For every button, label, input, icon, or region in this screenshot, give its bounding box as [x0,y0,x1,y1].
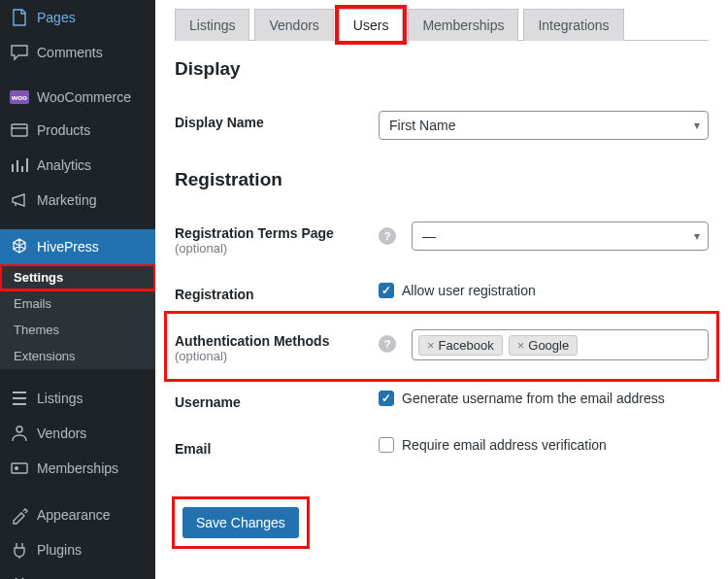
submenu-label: Themes [14,323,59,337]
submenu-label: Emails [14,296,51,311]
checkbox-label: Generate username from the email address [402,391,665,406]
row-email: Email Require email address verification [175,424,709,470]
label-text: Registration Terms Page [175,225,334,241]
submenu-emails[interactable]: Emails [0,290,155,317]
label-username: Username [175,391,369,410]
tag-label: Google [528,338,569,353]
label-email: Email [175,437,369,457]
menu-label: Products [37,122,90,138]
tag-label: Facebook [439,338,494,353]
menu-memberships[interactable]: Memberships [0,451,155,486]
submenu-themes[interactable]: Themes [0,317,155,343]
menu-label: Memberships [37,460,118,476]
submenu-label: Settings [14,270,63,285]
woo-icon: woo [10,90,29,104]
menu-hivepress[interactable]: HivePress [0,229,155,264]
optional-text: (optional) [175,241,369,255]
row-reg-terms: Registration Terms Page (optional) ? — [175,208,709,269]
menu-analytics[interactable]: Analytics [0,148,155,183]
hivepress-icon [10,237,29,256]
menu-marketing[interactable]: Marketing [0,183,155,218]
marketing-icon [10,190,29,210]
svg-rect-2 [12,463,27,473]
row-username: Username Generate username from the emai… [175,377,709,424]
comments-icon [10,43,29,62]
svg-point-3 [15,466,18,470]
vendors-icon [10,424,29,443]
admin-sidebar: Pages Comments woo WooCommerce Products … [0,0,155,579]
menu-label: Analytics [37,157,91,173]
pages-icon [10,8,29,27]
checkbox-label: Require email address verification [402,437,607,453]
section-display-heading: Display [175,58,709,80]
save-button[interactable]: Save Changes [182,507,299,538]
snippets-icon [10,575,29,579]
svg-point-1 [17,426,22,432]
menu-pages[interactable]: Pages [0,0,155,35]
analytics-icon [10,155,29,175]
menu-label: Plugins [37,542,82,558]
menu-label: Appearance [37,507,111,523]
select-display-name[interactable]: First Name [379,111,709,140]
select-reg-terms[interactable]: — [412,221,709,251]
menu-label: Vendors [37,426,86,441]
label-registration: Registration [175,283,369,302]
help-icon[interactable]: ? [379,227,396,245]
label-display-name: Display Name [175,111,369,130]
plugins-icon [10,540,29,560]
menu-label: Comments [37,45,103,60]
memberships-icon [10,459,29,478]
menu-label: Listings [37,391,83,406]
row-auth-methods: Authentication Methods (optional) ? ×Fac… [169,316,714,377]
tab-users[interactable]: Users [339,9,404,41]
label-reg-terms: Registration Terms Page (optional) [175,221,369,255]
tags-auth-methods[interactable]: ×Facebook ×Google [412,329,709,360]
menu-vendors[interactable]: Vendors [0,416,155,451]
remove-icon[interactable]: × [427,338,435,353]
submenu-extensions[interactable]: Extensions [0,343,155,369]
tag-google[interactable]: ×Google [509,335,579,356]
checkbox-generate-username[interactable] [379,391,394,406]
menu-plugins[interactable]: Plugins [0,532,155,567]
main-panel: Listings Vendors Users Memberships Integ… [155,0,728,579]
menu-label: Marketing [37,192,96,208]
save-highlight: Save Changes [175,499,307,546]
checkbox-label: Allow user registration [402,283,536,298]
submenu-label: Extensions [14,349,76,363]
menu-label: WooCommerce [37,89,131,105]
help-icon[interactable]: ? [379,335,396,353]
listings-icon [10,389,29,408]
menu-listings[interactable]: Listings [0,381,155,416]
label-auth-methods: Authentication Methods (optional) [175,329,369,363]
menu-label: HivePress [37,239,99,255]
submenu-settings[interactable]: Settings [0,264,155,290]
menu-comments[interactable]: Comments [0,35,155,70]
optional-text: (optional) [175,349,369,363]
tab-integrations[interactable]: Integrations [523,9,623,41]
menu-woocommerce[interactable]: woo WooCommerce [0,82,155,113]
label-text: Authentication Methods [175,333,329,349]
remove-icon[interactable]: × [517,338,525,353]
menu-appearance[interactable]: Appearance [0,497,155,532]
menu-snippets[interactable]: Snippets [0,567,155,579]
app-root: Pages Comments woo WooCommerce Products … [0,0,728,579]
products-icon [10,120,29,140]
menu-label: Pages [37,10,76,25]
settings-tabs: Listings Vendors Users Memberships Integ… [175,8,709,41]
checkbox-require-email-verify[interactable] [379,437,394,453]
row-registration: Registration Allow user registration [175,269,709,316]
tab-memberships[interactable]: Memberships [408,9,518,41]
svg-rect-0 [12,124,27,136]
tab-vendors[interactable]: Vendors [254,9,333,41]
row-display-name: Display Name First Name [175,97,709,153]
checkbox-allow-registration[interactable] [379,283,394,298]
appearance-icon [10,505,29,525]
tag-facebook[interactable]: ×Facebook [418,335,503,356]
menu-products[interactable]: Products [0,113,155,148]
section-registration-heading: Registration [175,169,709,190]
tab-listings[interactable]: Listings [175,9,249,41]
